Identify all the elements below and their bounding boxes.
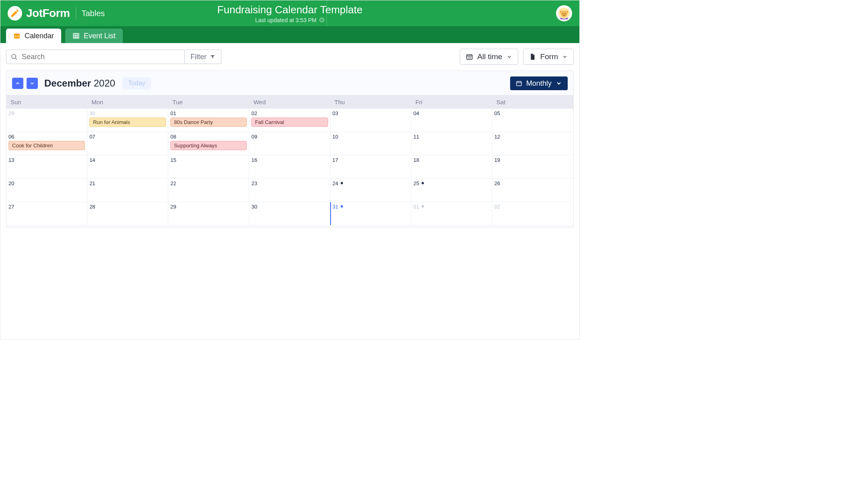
calendar-cell[interactable]: 23 (249, 179, 330, 202)
date-number: 01 (413, 204, 490, 210)
calendar-cell[interactable]: 27 (6, 202, 87, 225)
search-icon (10, 53, 18, 60)
weekday-label: Sat (492, 95, 573, 109)
tab-calendar[interactable]: Calendar (6, 29, 61, 43)
view-tabs: Calendar Event List (0, 26, 579, 43)
svg-point-3 (562, 13, 563, 14)
year-label: 2020 (94, 78, 115, 89)
next-month-button[interactable] (27, 78, 38, 89)
calendar-cell[interactable]: 14 (87, 155, 168, 179)
calendar-cell[interactable]: 26 (492, 179, 573, 202)
date-number: 29 (170, 204, 247, 210)
calendar-event[interactable]: Run for Animals (89, 118, 166, 127)
calendar-event[interactable]: Fall Carnival (251, 118, 328, 127)
calendar-cell[interactable]: 11 (411, 132, 492, 155)
weekday-header: SunMonTueWedThuFriSat (6, 95, 573, 109)
tab-label: Event List (84, 32, 116, 40)
weekday-label: Sun (6, 95, 87, 109)
calendar-cell[interactable]: 18 (411, 155, 492, 179)
weekday-label: Thu (331, 95, 411, 109)
calendar-cell[interactable]: 15 (168, 155, 249, 179)
form-label: Form (540, 52, 558, 61)
document-icon (529, 53, 536, 60)
user-avatar[interactable] (556, 5, 572, 21)
calendar-cell[interactable]: 20 (6, 179, 87, 202)
brand-logo[interactable]: JotForm (8, 6, 70, 21)
calendar-cell[interactable]: 02 (492, 202, 573, 225)
calendar-event[interactable]: Supporting Always (170, 141, 247, 150)
calendar-cell[interactable]: 19 (492, 155, 573, 179)
divider (76, 7, 76, 19)
calendar-cell[interactable]: 30 (249, 202, 330, 225)
grid-icon (72, 32, 80, 39)
weekday-label: Tue (168, 95, 249, 109)
date-number: 24 (333, 180, 409, 186)
view-mode-button[interactable]: Monthly (510, 76, 568, 90)
calendar-cell[interactable]: 13 (6, 155, 87, 179)
calendar-cell[interactable]: 21 (87, 179, 168, 202)
month-label: December (44, 78, 91, 89)
date-number: 05 (494, 110, 571, 116)
date-number: 15 (170, 157, 247, 163)
calendar-cell[interactable]: 16 (249, 155, 330, 179)
date-number: 02 (251, 110, 328, 116)
calendar-cell[interactable]: 24 (331, 179, 411, 202)
date-number: 06 (8, 134, 85, 140)
svg-rect-10 (73, 33, 79, 38)
search-field[interactable] (6, 50, 185, 64)
date-number: 10 (333, 134, 409, 140)
calendar-cell[interactable]: 04 (411, 109, 492, 132)
calendar-cell[interactable]: 25 (411, 179, 492, 202)
svg-point-11 (12, 54, 16, 59)
date-number: 19 (494, 157, 571, 163)
date-number: 31 (333, 204, 409, 210)
calendar-event[interactable]: Cook for Children (8, 141, 85, 150)
section-label[interactable]: Tables (82, 9, 105, 18)
calendar-grid: 2930Run for Animals0180s Dance Party02Fa… (6, 109, 573, 225)
date-number: 25 (413, 180, 490, 186)
calendar-cell[interactable]: 28 (87, 202, 168, 225)
date-number: 21 (89, 180, 166, 186)
prev-month-button[interactable] (12, 78, 23, 89)
calendar-cell[interactable]: 03 (331, 109, 411, 132)
calendar-cell[interactable]: 05 (492, 109, 573, 132)
calendar-cell[interactable]: 29 (168, 202, 249, 225)
svg-rect-9 (18, 36, 19, 37)
date-number: 27 (8, 204, 85, 210)
form-button[interactable]: Form (523, 49, 574, 65)
tab-event-list[interactable]: Event List (65, 29, 123, 43)
calendar-cell[interactable]: 02Fall Carnival (249, 109, 330, 132)
filter-button[interactable]: Filter (185, 50, 221, 64)
svg-rect-6 (14, 34, 20, 35)
svg-point-15 (470, 57, 471, 58)
chevron-down-icon (562, 54, 568, 60)
calendar-cell[interactable]: 17 (331, 155, 411, 179)
calendar-cell[interactable]: 0180s Dance Party (168, 109, 249, 132)
date-number: 12 (494, 134, 571, 140)
calendar-header: December 2020 Today Monthly (6, 71, 573, 95)
calendar-cell[interactable]: 10 (331, 132, 411, 155)
calendar-cell[interactable]: 29 (6, 109, 87, 132)
date-number: 17 (333, 157, 409, 163)
document-subtitle: Last updated at 3:53 PM (217, 17, 363, 23)
app-header: JotForm Tables Fundraising Calendar Temp… (0, 0, 579, 26)
calendar-event[interactable]: 80s Dance Party (170, 118, 247, 127)
timerange-button[interactable]: All time (460, 49, 518, 65)
calendar-cell[interactable]: 06Cook for Children (6, 132, 87, 155)
today-button[interactable]: Today (122, 77, 151, 89)
date-number: 26 (494, 180, 571, 186)
calendar-cell[interactable]: 08Supporting Always (168, 132, 249, 155)
calendar-cell[interactable]: 07 (87, 132, 168, 155)
document-title[interactable]: Fundraising Calendar Template (217, 4, 363, 16)
timerange-label: All time (477, 52, 502, 61)
calendar-cell[interactable]: 31 (331, 202, 411, 225)
calendar-cell[interactable]: 01 (411, 202, 492, 225)
calendar-cell[interactable]: 09 (249, 132, 330, 155)
chevron-down-icon (29, 81, 35, 86)
last-updated-text: Last updated at 3:53 PM (255, 17, 317, 23)
calendar-cell[interactable]: 22 (168, 179, 249, 202)
calendar-cell[interactable]: 30Run for Animals (87, 109, 168, 132)
svg-point-16 (468, 58, 469, 59)
search-input[interactable] (22, 53, 184, 61)
calendar-cell[interactable]: 12 (492, 132, 573, 155)
